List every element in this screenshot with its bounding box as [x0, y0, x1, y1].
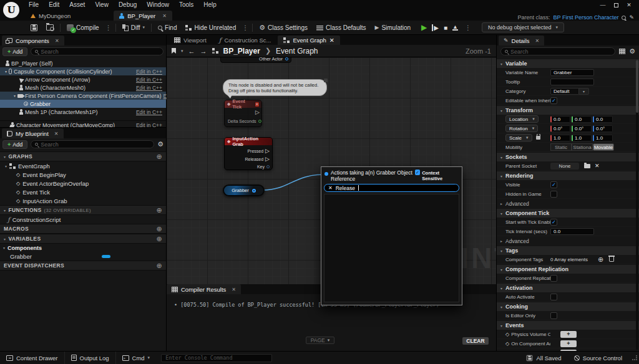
- details-scrollbar[interactable]: [636, 60, 638, 350]
- trash-icon[interactable]: [609, 257, 614, 262]
- add-component-button[interactable]: + Add: [2, 47, 27, 56]
- class-defaults-button[interactable]: Class Defaults: [312, 21, 370, 35]
- location-y-field[interactable]: 0.0: [572, 116, 592, 123]
- expand-arrow-icon[interactable]: ▾: [500, 108, 502, 113]
- expand-arrow-icon[interactable]: ▾: [4, 208, 6, 213]
- hidden-in-game-checkbox[interactable]: [550, 191, 557, 198]
- released-pin[interactable]: Released ▷: [245, 156, 270, 162]
- edit-in-cpp-link[interactable]: Edit in C++: [136, 77, 162, 83]
- add-blueprint-item-button[interactable]: + Add: [2, 140, 27, 149]
- visible-checkbox[interactable]: ✓: [550, 181, 557, 188]
- subsection-components[interactable]: ▾Components: [0, 244, 166, 252]
- forward-icon[interactable]: →: [200, 47, 207, 55]
- blueprint-item-inputaction-grab[interactable]: ◇InputAction Grab: [0, 196, 166, 205]
- expand-arrow-icon[interactable]: ▾: [500, 62, 502, 66]
- chevron-down-icon[interactable]: ▾: [579, 88, 589, 95]
- tab-viewport[interactable]: Viewport: [168, 36, 212, 45]
- variable-name-input[interactable]: Grabber: [550, 69, 594, 76]
- component-row-mesh-1p-charactermesh1p[interactable]: Mesh 1P (CharacterMesh1P)Edit in C++: [0, 108, 166, 116]
- add-icon[interactable]: ⊕: [156, 206, 162, 214]
- expand-arrow-icon[interactable]: ▾: [14, 93, 16, 98]
- section-component-replication[interactable]: ▾Component Replication: [497, 264, 639, 274]
- search-icon[interactable]: [622, 16, 626, 20]
- back-icon[interactable]: ←: [188, 47, 195, 55]
- key-pin[interactable]: Key: [257, 165, 270, 169]
- page-button[interactable]: PAGE ▾: [306, 337, 334, 344]
- exec-out-pin-icon[interactable]: ▷: [265, 148, 270, 154]
- breadcrumb-root[interactable]: BP_Player: [223, 47, 260, 55]
- rotation-z-field[interactable]: 0.0°: [593, 125, 613, 132]
- tab-close-icon[interactable]: ✕: [329, 37, 334, 44]
- context-sensitive-toggle[interactable]: ✓ Context Sensitive: [415, 170, 458, 182]
- edit-in-cpp-link[interactable]: Edit in C++: [136, 85, 162, 91]
- scale-z-field[interactable]: 1.0: [593, 135, 613, 141]
- edit-in-cpp-link[interactable]: Edit in C++: [136, 109, 162, 115]
- exec-out-pin-icon[interactable]: ▷: [265, 156, 270, 162]
- expand-arrow-icon[interactable]: ▾: [5, 164, 7, 168]
- rotation-axis-dropdown[interactable]: Rotation▾: [505, 125, 538, 132]
- component-row-arrow-component-arrow[interactable]: Arrow Component (Arrow)Edit in C++: [0, 75, 166, 84]
- display-filter-icon[interactable]: [619, 49, 625, 54]
- rotation-y-field[interactable]: 0.0°: [572, 125, 592, 132]
- browse-button[interactable]: [42, 21, 58, 35]
- simulation-button[interactable]: ▶ Simulation: [370, 21, 415, 35]
- section-transform[interactable]: ▾Transform: [497, 105, 639, 115]
- mobility-option-stationa[interactable]: Stationa: [572, 143, 593, 151]
- class-settings-button[interactable]: ⚙ Class Settings: [255, 21, 312, 35]
- stop-button[interactable]: ■: [444, 24, 447, 31]
- float-pin-icon[interactable]: [258, 120, 261, 123]
- menu-edit[interactable]: Edit: [44, 0, 64, 10]
- play-button[interactable]: ▶: [421, 23, 427, 32]
- tab-compiler-results[interactable]: Compiler Results ✕: [167, 284, 241, 294]
- scale-y-field[interactable]: 1.0: [572, 135, 592, 141]
- tab-mydungeon[interactable]: MyDungeon: [25, 11, 76, 21]
- auto-activate-checkbox[interactable]: [550, 294, 557, 300]
- blueprint-item-event-tick[interactable]: ◇Event Tick: [0, 188, 166, 196]
- details-search-input[interactable]: Search: [500, 47, 615, 55]
- component-row-grabber[interactable]: Grabber: [0, 100, 166, 108]
- components-search-input[interactable]: Search: [31, 47, 163, 55]
- menu-asset[interactable]: Asset: [64, 0, 90, 10]
- blueprint-item-event-actorbeginoverlap[interactable]: ◇Event ActorBeginOverlap: [0, 179, 166, 188]
- tab-close-icon[interactable]: ✕: [55, 38, 59, 44]
- expand-arrow-icon[interactable]: ▸: [500, 239, 502, 243]
- rotation-x-field[interactable]: 0.0°: [550, 125, 570, 132]
- clear-button[interactable]: CLEAR: [462, 337, 489, 345]
- section-graphs[interactable]: ▾GRAPHS⊕: [0, 151, 166, 161]
- browse-socket-icon[interactable]: [584, 164, 590, 168]
- chevron-down-icon[interactable]: ▾: [181, 49, 183, 54]
- gear-icon[interactable]: ⚙: [629, 48, 635, 55]
- blueprint-item-eventgraph[interactable]: ▾EventGraph: [0, 161, 166, 170]
- scrollbar-thumb[interactable]: [636, 60, 638, 113]
- add-icon[interactable]: ⊕: [156, 262, 162, 270]
- component-row-mesh-charactermesh0[interactable]: Mesh (CharacterMesh0)Edit in C++: [0, 84, 166, 92]
- find-button[interactable]: Find: [154, 21, 181, 35]
- compile-button[interactable]: Compile: [62, 21, 104, 35]
- mobility-option-static[interactable]: Static: [550, 143, 572, 151]
- section-activation[interactable]: ▾Activation: [497, 283, 639, 292]
- section-variables[interactable]: ▾VARIABLES⊕: [0, 234, 166, 244]
- scale-axis-dropdown[interactable]: Scale▾: [505, 134, 532, 141]
- category-dropdown[interactable]: Default▾: [550, 88, 589, 95]
- minimize-icon[interactable]: —: [599, 1, 607, 9]
- resize-grip[interactable]: [632, 355, 637, 360]
- lock-icon[interactable]: [536, 136, 540, 140]
- source-control-button[interactable]: Source Control: [568, 352, 628, 364]
- console-command-input[interactable]: Enter Console Command: [161, 354, 272, 362]
- is-editor-only-checkbox[interactable]: [550, 312, 557, 319]
- pressed-pin[interactable]: Pressed ▷: [247, 148, 270, 154]
- parent-class-link[interactable]: BP First Person Character: [554, 14, 619, 21]
- bookmark-icon[interactable]: [172, 48, 176, 54]
- blueprint-item-event-beginplay[interactable]: ◇Event BeginPlay: [0, 170, 166, 179]
- object-pin-icon[interactable]: [252, 189, 256, 193]
- tab-components[interactable]: Components ✕: [2, 36, 64, 46]
- expand-arrow-icon[interactable]: ▾: [3, 246, 5, 250]
- section-functions[interactable]: ▾FUNCTIONS(32 OVERRIDABLE)⊕: [0, 205, 166, 215]
- content-drawer-button[interactable]: Content Drawer: [0, 352, 65, 364]
- key-pin-icon[interactable]: [266, 165, 270, 168]
- blueprint-item-constructionscript[interactable]: ƒConstructionScript: [0, 215, 166, 224]
- section-macros[interactable]: MACROS⊕: [0, 224, 166, 234]
- expand-arrow-icon[interactable]: ▾: [5, 69, 7, 74]
- add-icon[interactable]: ⊕: [156, 225, 162, 233]
- location-axis-dropdown[interactable]: Location▾: [505, 115, 539, 123]
